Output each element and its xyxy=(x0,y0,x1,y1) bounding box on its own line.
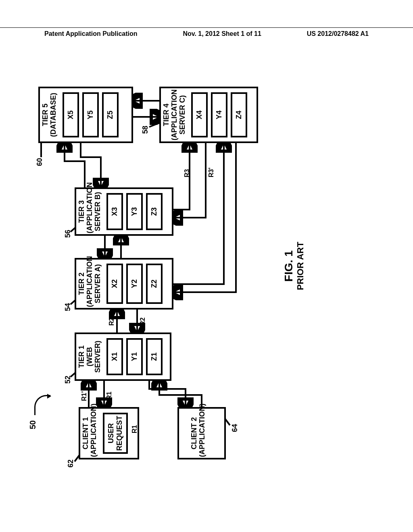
tier-4-z: Z4 xyxy=(231,92,247,137)
tier-1-y: Y1 xyxy=(126,338,143,375)
tier-2-title: TIER 2 (APPLICATION SERVER A) xyxy=(76,260,103,308)
header-left: Patent Application Publication xyxy=(44,30,138,37)
page-header: Patent Application Publication Nov. 1, 2… xyxy=(0,27,413,37)
tier-3-y: Y3 xyxy=(126,193,143,230)
tier-1-x: X1 xyxy=(106,338,123,375)
figure-area: 50 xyxy=(0,60,413,484)
tier-1-z: Z1 xyxy=(146,338,163,375)
ref-r3: R3 xyxy=(184,169,191,177)
client-1-box: CLIENT 1 (APPLICATION) USER REQUEST xyxy=(79,407,139,459)
ref-60: 60 xyxy=(35,158,44,166)
client-2-box: CLIENT 2 (APPLICATION) xyxy=(177,407,226,459)
tier-4-box: TIER 4 (APPLICATION SERVER C) X4 Y4 Z4 xyxy=(159,87,258,143)
ref-r1-inner: R1 xyxy=(131,425,138,433)
tier-5-x: X5 xyxy=(63,92,79,137)
figure-number: FIG. 1 xyxy=(282,226,295,306)
header-center: Nov. 1, 2012 Sheet 1 of 11 xyxy=(183,30,261,37)
tier-2-y: Y2 xyxy=(126,264,143,304)
figure-label: FIG. 1 PRIOR ART xyxy=(282,226,306,306)
ref-r1: R1 xyxy=(106,392,113,400)
tier-4-x: X4 xyxy=(191,92,208,137)
ref-50: 50 xyxy=(28,420,38,429)
client-1-title: CLIENT 1 (APPLICATION) xyxy=(80,409,100,458)
tier-5-box: TIER 5 (DATABASE) X5 Y5 Z5 xyxy=(38,87,133,143)
tier-2-z: Z2 xyxy=(146,264,163,304)
figure-subtitle: PRIOR ART xyxy=(295,226,306,306)
diagram: 50 xyxy=(0,60,413,484)
ref-54: 54 xyxy=(64,303,72,311)
ref-52: 52 xyxy=(64,376,72,384)
user-request-box: USER REQUEST xyxy=(103,413,128,454)
client-2-title: CLIENT 2 (APPLICATION) xyxy=(179,409,208,458)
tier-5-z: Z5 xyxy=(102,92,119,137)
tier-2-x: X2 xyxy=(106,264,123,304)
tier-2-box: TIER 2 (APPLICATION SERVER A) X2 Y2 Z2 xyxy=(75,258,173,310)
tier-1-title: TIER 1 (WEB SERVER) xyxy=(76,334,103,379)
ref-58: 58 xyxy=(141,126,150,134)
tier-3-box: TIER 3 (APPLICATION SERVER B) X3 Y3 Z3 xyxy=(75,187,173,236)
header-right: US 2012/0278482 A1 xyxy=(307,30,369,37)
tier-3-title: TIER 3 (APPLICATION SERVER B) xyxy=(76,189,103,234)
svg-line-13 xyxy=(149,123,159,127)
tier-1-box: TIER 1 (WEB SERVER) X1 Y1 Z1 xyxy=(75,332,171,381)
tier-5-y: Y5 xyxy=(82,92,99,137)
tier-4-title: TIER 4 (APPLICATION SERVER C) xyxy=(161,88,188,141)
ref-r2: R2 xyxy=(139,318,146,326)
tier-5-title: TIER 5 (DATABASE) xyxy=(40,88,59,141)
ref-62: 62 xyxy=(67,459,75,468)
tier-3-x: X3 xyxy=(106,193,123,230)
tier-4-y: Y4 xyxy=(211,92,227,137)
tier-3-z: Z3 xyxy=(146,193,163,230)
leader-arc-icon xyxy=(34,395,50,415)
ref-r2p: R2' xyxy=(108,316,115,326)
ref-64: 64 xyxy=(231,424,239,432)
ref-r1p: R1' xyxy=(81,391,88,401)
ref-r3p: R3' xyxy=(208,168,215,177)
ref-56: 56 xyxy=(64,230,72,238)
